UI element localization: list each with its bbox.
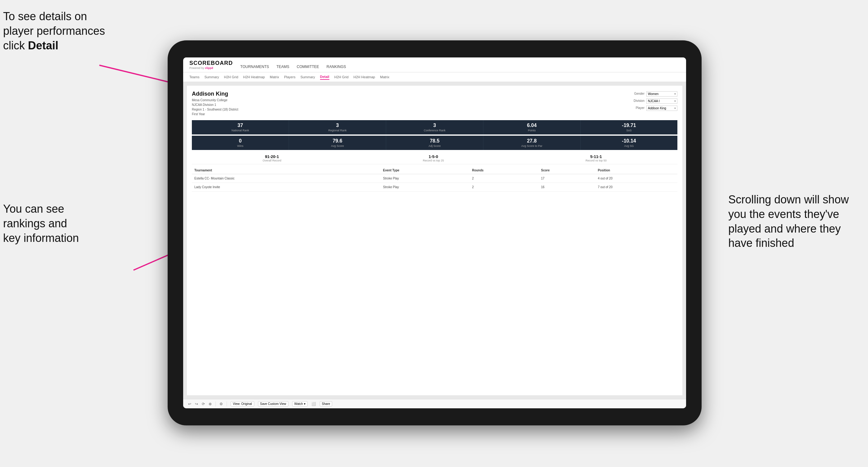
stat-conference-rank-value: 3 (388, 123, 482, 128)
screen-button[interactable]: ⬜ (311, 402, 316, 406)
stat-sos: -19.71 SoS (581, 120, 677, 134)
cell-event-type-1: Stroke Play (381, 174, 470, 183)
nav-rankings[interactable]: RANKINGS (327, 65, 346, 72)
refresh-button[interactable]: ⟳ (202, 402, 205, 406)
subnav-h2h-grid[interactable]: H2H Grid (224, 74, 238, 80)
player-select[interactable]: Addison King (646, 105, 677, 111)
cell-score-1: 17 (538, 174, 595, 183)
scoreboard-logo: SCOREBOARD Powered by clippd (189, 60, 233, 69)
gender-label: Gender (629, 92, 645, 95)
stat-conference-rank: 3 Conference Rank (386, 120, 483, 134)
record-overall-value: 91-20-1 (262, 154, 281, 159)
col-event-type: Event Type (381, 167, 470, 174)
stat-national-rank-value: 37 (193, 123, 287, 128)
records-row: 91-20-1 Overall Record 1-5-0 Record vs t… (192, 152, 677, 164)
col-position: Position (595, 167, 677, 174)
stat-wins: 0 Wins (192, 136, 289, 150)
col-tournament: Tournament (192, 167, 381, 174)
stat-points: 6.04 Points (483, 120, 581, 134)
table-header-row: Tournament Event Type Rounds Score Posit… (192, 167, 677, 174)
stat-avg-score-par-label: Avg Score to Par (485, 145, 579, 148)
player-year: First Year (192, 112, 239, 117)
player-filters: Gender Women Men Division (629, 91, 677, 117)
stat-national-rank-label: National Rank (193, 129, 287, 132)
division-label: Division (629, 99, 645, 102)
gender-select-wrap[interactable]: Women Men (646, 91, 677, 97)
bottom-toolbar: ↩ ↪ ⟳ ⊕ ⚙ View: Original Save Custom Vie… (183, 399, 686, 408)
toolbar-separator (215, 402, 216, 406)
main-content: Addison King Mesa Community College NJCA… (183, 82, 686, 399)
stat-wins-value: 0 (193, 138, 287, 144)
cell-tournament-1: Estella CC- Mountain Classic (192, 174, 381, 183)
subnav-h2h-heatmap2[interactable]: H2H Heatmap (353, 74, 375, 80)
division-select-wrap[interactable]: NJCAA I NJCAA II (646, 98, 677, 104)
stat-regional-rank-value: 3 (290, 123, 385, 128)
player-header: Addison King Mesa Community College NJCA… (192, 91, 677, 117)
stat-adj-score: 78.5 Adj Score (386, 136, 483, 150)
stat-avg-score-value: 79.6 (290, 138, 385, 144)
undo-button[interactable]: ↩ (188, 402, 191, 406)
table-row: Estella CC- Mountain Classic Stroke Play… (192, 174, 677, 183)
filter-division: Division NJCAA I NJCAA II (629, 98, 677, 104)
save-custom-view-button[interactable]: Save Custom View (258, 401, 288, 406)
stat-avg-score-label: Avg Score (290, 145, 385, 148)
record-overall-label: Overall Record (262, 159, 281, 162)
subnav-matrix2[interactable]: Matrix (380, 74, 389, 80)
nav-committee[interactable]: COMMITTEE (297, 65, 319, 72)
record-top50-label: Record vs top 50 (586, 159, 607, 162)
player-select-wrap[interactable]: Addison King (646, 105, 677, 111)
sub-nav: Teams Summary H2H Grid H2H Heatmap Matri… (183, 72, 686, 82)
gender-select[interactable]: Women Men (646, 91, 677, 97)
record-top25-value: 1-5-0 (423, 154, 444, 159)
stats-row-1: 37 National Rank 3 Regional Rank 3 Confe… (192, 120, 677, 134)
stat-avg-score-par: 27.8 Avg Score to Par (483, 136, 581, 150)
top-nav: SCOREBOARD Powered by clippd TOURNAMENTS… (183, 57, 686, 72)
subnav-detail[interactable]: Detail (320, 74, 330, 80)
content-panel: Addison King Mesa Community College NJCA… (187, 86, 682, 395)
subnav-summary[interactable]: Summary (204, 74, 219, 80)
stat-points-value: 6.04 (485, 123, 579, 128)
stat-wins-label: Wins (193, 145, 287, 148)
cell-rounds-1: 2 (469, 174, 538, 183)
division-select[interactable]: NJCAA I NJCAA II (646, 98, 677, 104)
subnav-h2h-heatmap[interactable]: H2H Heatmap (243, 74, 265, 80)
record-top25-label: Record vs top 25 (423, 159, 444, 162)
nav-teams[interactable]: TEAMS (276, 65, 289, 72)
stat-regional-rank: 3 Regional Rank (289, 120, 386, 134)
stat-avg-score: 79.6 Avg Score (289, 136, 386, 150)
watch-button[interactable]: Watch ▾ (292, 401, 308, 406)
player-school: Mesa Community College (192, 98, 239, 102)
zoom-button[interactable]: ⊕ (209, 402, 212, 406)
tablet-screen: SCOREBOARD Powered by clippd TOURNAMENTS… (183, 57, 686, 408)
record-overall: 91-20-1 Overall Record (262, 154, 281, 162)
cell-tournament-2: Lady Coyote Invite (192, 183, 381, 192)
annotation-top-left: To see details onplayer performancesclic… (3, 9, 105, 53)
nav-tournaments[interactable]: TOURNAMENTS (240, 65, 269, 72)
stats-row-2: 0 Wins 79.6 Avg Score 78.5 Adj Score 27.… (192, 136, 677, 150)
cell-score-2: 16 (538, 183, 595, 192)
logo-text: SCOREBOARD (189, 60, 233, 66)
subnav-matrix[interactable]: Matrix (270, 74, 279, 80)
stat-adj-score-value: 78.5 (388, 138, 482, 144)
stat-points-label: Points (485, 129, 579, 132)
stat-regional-rank-label: Regional Rank (290, 129, 385, 132)
view-original-button[interactable]: View: Original (231, 401, 254, 406)
filter-player: Player Addison King (629, 105, 677, 111)
subnav-h2h-grid2[interactable]: H2H Grid (334, 74, 349, 80)
stat-adj-score-label: Adj Score (388, 145, 482, 148)
record-top50-value: 5-11-1 (586, 154, 607, 159)
logo-subtext: Powered by clippd (189, 66, 233, 69)
stat-avg-sg-label: Avg SG (582, 145, 676, 148)
redo-button[interactable]: ↪ (195, 402, 198, 406)
settings-button[interactable]: ⚙ (219, 402, 223, 406)
subnav-teams[interactable]: Teams (189, 74, 199, 80)
share-button[interactable]: Share (320, 401, 333, 406)
tablet-frame: SCOREBOARD Powered by clippd TOURNAMENTS… (168, 40, 702, 426)
subnav-summary2[interactable]: Summary (301, 74, 315, 80)
subnav-players[interactable]: Players (284, 74, 296, 80)
stat-conference-rank-label: Conference Rank (388, 129, 482, 132)
table-row: Lady Coyote Invite Stroke Play 2 16 7 ou… (192, 183, 677, 192)
player-name: Addison King (192, 91, 239, 97)
annotation-right: Scrolling down will show you the events … (728, 192, 865, 251)
cell-event-type-2: Stroke Play (381, 183, 470, 192)
